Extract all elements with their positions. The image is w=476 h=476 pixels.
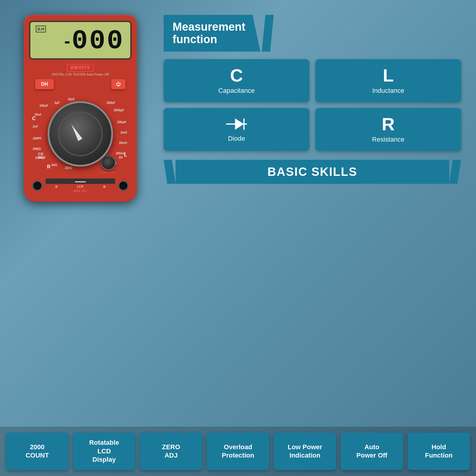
bottom-text-overload: Overload Protection: [222, 443, 254, 460]
dial-label-20MΩ: 20MΩ: [33, 147, 41, 151]
features-panel: Measurement function C Capacitance L Ind…: [152, 9, 467, 427]
measurement-header: Measurement function: [164, 15, 461, 52]
inductance-icon: L: [383, 67, 394, 84]
measurement-title-box: Measurement function: [164, 15, 260, 52]
power-button[interactable]: ⏻: [111, 79, 126, 89]
ce-mark: CE: [38, 152, 43, 156]
lcd-dh-indicator: D.H: [36, 26, 46, 32]
probe-bar: ▬▬▬: [46, 178, 115, 184]
measurement-title: Measurement function: [173, 21, 245, 46]
lcd-display: D.H - 000: [29, 21, 131, 60]
measurement-line2: function: [173, 33, 217, 46]
bottom-text-hold: Hold Function: [425, 443, 453, 460]
probe-maxv-label: MAX 36V: [73, 189, 87, 193]
dial-label-L: L: [124, 152, 127, 158]
lcd-minus: -: [64, 32, 70, 50]
model-area: BM4070 DIGITAL LCR TESTER-Auto Power Off: [29, 64, 131, 76]
probe-maxv: MAX 36V: [46, 189, 115, 193]
probe-jack-left: [32, 181, 43, 191]
bottom-strip: 2000 COUNT Rotatable LCD Display ZERO AD…: [0, 427, 476, 476]
dial-label-2nF: 2nF: [33, 125, 38, 128]
capacitance-icon: C: [230, 67, 243, 84]
dial-label-20kΩ: 20kΩ: [38, 156, 46, 159]
feature-card-capacitance: C Capacitance: [164, 59, 309, 102]
main-dial[interactable]: [48, 101, 113, 167]
dial-label-20μF: 20μF: [68, 98, 75, 101]
dial-label-2μF: 2μF: [54, 101, 60, 104]
feature-grid: C Capacitance L Inductance: [164, 59, 461, 151]
probe-jack-right: [118, 181, 129, 191]
basic-skills-area: BASIC SKILLS: [164, 160, 461, 184]
dial-label-2000μF: 2000μF: [114, 109, 124, 112]
dh-button[interactable]: DH: [35, 79, 54, 89]
lcd-digits: 000: [72, 28, 124, 54]
basic-skills-box: BASIC SKILLS: [176, 160, 449, 184]
dial-label-R: R: [47, 164, 51, 170]
buttons-row: DH ⏻: [35, 79, 126, 89]
dial-label-20mH: 20mH: [119, 141, 127, 145]
multimeter-container: D.H - 000 BM4070 DIGITAL LCR TESTER-Auto…: [9, 9, 152, 427]
basic-skills-text: BASIC SKILLS: [176, 165, 449, 178]
diode-label: Diode: [228, 135, 245, 143]
basic-skills-left-accent: [164, 160, 176, 184]
probe-terminal-labels: ⊖ LCR ⊕: [46, 185, 115, 189]
zero-adj-label: ZERO ADJ.: [100, 171, 117, 174]
bottom-card-lowpower: Low Power Indication: [274, 433, 336, 470]
feature-card-diode: Diode: [164, 108, 309, 151]
inductance-label: Inductance: [372, 87, 404, 95]
dial-label-200μF: 200μF: [107, 101, 115, 104]
measurement-line1: Measurement: [173, 21, 245, 33]
probe-terminal-area: ▬▬▬ ⊖ LCR ⊕ MAX 36V: [46, 178, 115, 193]
feature-card-resistance: R Resistance: [315, 108, 461, 151]
dial-label-200Ω: 200Ω: [65, 166, 72, 170]
dial-label-C: C: [32, 116, 36, 121]
device-subtitle: DIGITAL LCR TESTER-Auto Power Off: [29, 73, 131, 76]
bottom-card-autopoweroff: Auto Power Off: [341, 433, 403, 470]
probe-plus-label: ⊕: [103, 185, 106, 189]
dial-label-2H: 2H: [119, 156, 123, 159]
bottom-card-zero: ZERO ADJ: [140, 433, 202, 470]
bottom-text-count: 2000 COUNT: [26, 443, 49, 460]
dial-pointer: [69, 123, 82, 141]
probes-area: ▬▬▬ ⊖ LCR ⊕ MAX 36V: [29, 178, 131, 193]
bottom-card-overload: Overload Protection: [207, 433, 269, 470]
bottom-card-lcd: Rotatable LCD Display: [73, 433, 135, 470]
feature-card-inductance: L Inductance: [315, 59, 461, 102]
dial-area: C 200nF 20nF 2nF 200PF 20MΩ 200kΩ 20kΩ 2…: [29, 92, 131, 176]
dial-label-200PF: 200PF: [33, 137, 41, 140]
probe-lcr-label: LCR: [77, 185, 84, 189]
dial-label-200μH: 200μH: [117, 120, 126, 124]
bottom-text-zero: ZERO ADJ: [162, 443, 180, 460]
svg-marker-22: [235, 118, 244, 130]
dial-label-20nF: 20nF: [35, 113, 41, 116]
bottom-card-hold: Hold Function: [408, 433, 470, 470]
main-area: D.H - 000 BM4070 DIGITAL LCR TESTER-Auto…: [0, 0, 476, 427]
measurement-title-accent: [262, 15, 274, 52]
zero-adj-knob[interactable]: [101, 155, 116, 170]
bottom-text-lcd: Rotatable LCD Display: [89, 439, 119, 464]
resistance-label: Resistance: [372, 136, 405, 143]
bottom-card-count: 2000 COUNT: [6, 433, 68, 470]
dial-label-2kΩ: 2kΩ: [51, 163, 57, 167]
probe-minus-label: ⊖: [55, 185, 58, 189]
bottom-text-lowpower: Low Power Indication: [288, 443, 322, 460]
multimeter-device: D.H - 000 BM4070 DIGITAL LCR TESTER-Auto…: [24, 15, 137, 202]
resistance-icon: R: [382, 115, 394, 133]
dial-inner: [58, 112, 103, 156]
dial-label-2mH: 2mH: [120, 131, 127, 134]
dial-label-200nF: 200nF: [40, 104, 48, 107]
model-badge: BM4070: [67, 64, 94, 72]
content-wrapper: D.H - 000 BM4070 DIGITAL LCR TESTER-Auto…: [0, 0, 476, 476]
bottom-text-autopoweroff: Auto Power Off: [356, 443, 387, 460]
diode-icon: [225, 116, 248, 132]
basic-skills-right-accent: [449, 160, 461, 184]
capacitance-label: Capacitance: [218, 87, 255, 95]
